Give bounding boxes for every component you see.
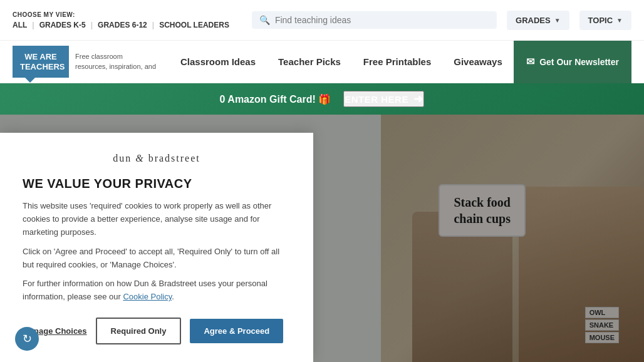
view-options: ALL GRADES K-5 GRADES 6-12 SCHOOL LEADER… bbox=[13, 21, 229, 29]
nav-links: Classroom Ideas Teacher Picks Free Print… bbox=[169, 43, 514, 81]
grades-dropdown[interactable]: GRADES ▼ bbox=[507, 11, 569, 30]
promo-banner: 0 Amazon Gift Card! 🎁 ENTER HERE ➜ bbox=[0, 83, 644, 115]
cookie-actions: Manage Choices Required Only Agree & Pro… bbox=[23, 318, 291, 344]
newsletter-button[interactable]: ✉ Get Our Newsletter bbox=[514, 41, 631, 83]
banner-text: 0 Amazon Gift Card! 🎁 bbox=[220, 93, 331, 105]
logo-area: WE ARE TEACHERS Free classroom resources… bbox=[13, 46, 157, 78]
view-school-leaders[interactable]: SCHOOL LEADERS bbox=[159, 21, 229, 29]
chevron-down-icon: ▼ bbox=[554, 17, 561, 24]
dun-bradstreet-logo: dun & bradstreet bbox=[23, 153, 291, 164]
tagline: Free classroom resources, inspiration, a… bbox=[75, 52, 157, 71]
view-k5[interactable]: GRADES K-5 bbox=[39, 21, 93, 29]
site-logo[interactable]: WE ARE TEACHERS bbox=[13, 46, 69, 78]
view-6-12[interactable]: GRADES 6-12 bbox=[98, 21, 154, 29]
nav-classroom-ideas[interactable]: Classroom Ideas bbox=[169, 43, 267, 81]
enter-here-button[interactable]: ENTER HERE ➜ bbox=[343, 91, 424, 107]
cookie-icon-button[interactable]: ↻ bbox=[15, 327, 39, 351]
privacy-body-3: For further information on how Dun & Bra… bbox=[23, 277, 291, 304]
search-icon: 🔍 bbox=[259, 15, 270, 25]
agree-proceed-button[interactable]: Agree & Proceed bbox=[190, 319, 283, 343]
search-input[interactable] bbox=[275, 15, 489, 25]
nav-free-printables[interactable]: Free Printables bbox=[352, 43, 442, 81]
nav-bar: WE ARE TEACHERS Free classroom resources… bbox=[0, 41, 644, 83]
required-only-button[interactable]: Required Only bbox=[96, 318, 182, 344]
search-area: 🔍 bbox=[252, 11, 497, 29]
privacy-body-1: This website uses 'required' cookies to … bbox=[23, 200, 291, 239]
privacy-body-2: Click on 'Agree and Proceed' to accept a… bbox=[23, 246, 291, 272]
top-bar: CHOOSE MY VIEW: ALL GRADES K-5 GRADES 6-… bbox=[0, 0, 644, 41]
email-icon: ✉ bbox=[526, 56, 534, 68]
cookie-modal: dun & bradstreet WE VALUE YOUR PRIVACY T… bbox=[0, 133, 313, 362]
chevron-down-icon: ▼ bbox=[616, 17, 623, 24]
arrow-right-icon: ➜ bbox=[413, 92, 423, 106]
privacy-title: WE VALUE YOUR PRIVACY bbox=[23, 177, 291, 191]
choose-view-label: CHOOSE MY VIEW: bbox=[13, 11, 229, 18]
nav-teacher-picks[interactable]: Teacher Picks bbox=[267, 43, 352, 81]
main-content: BACK TO SCHOOL Food Chain Activities Sta… bbox=[0, 115, 644, 362]
topic-dropdown[interactable]: TOPIC ▼ bbox=[579, 11, 631, 30]
nav-giveaways[interactable]: Giveaways bbox=[442, 43, 514, 81]
cookie-policy-link[interactable]: Cookie Policy bbox=[123, 292, 172, 301]
view-all[interactable]: ALL bbox=[13, 21, 34, 29]
choose-view: CHOOSE MY VIEW: ALL GRADES K-5 GRADES 6-… bbox=[13, 11, 229, 29]
cookie-overlay: dun & bradstreet WE VALUE YOUR PRIVACY T… bbox=[0, 115, 644, 362]
